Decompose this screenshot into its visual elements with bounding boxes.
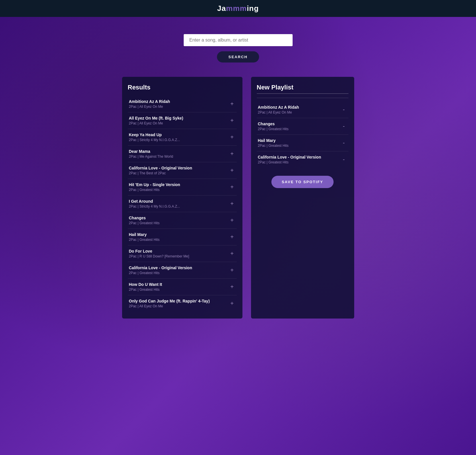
track-info: California Love - Original Version 2Pac … [129,265,229,275]
add-track-button[interactable]: + [229,101,236,107]
results-track-item[interactable]: Do For Love 2Pac | R U Still Down? [Reme… [128,245,237,262]
track-name: All Eyez On Me (ft. Big Syke) [129,116,229,120]
add-track-button[interactable]: + [229,267,236,274]
track-info: I Get Around 2Pac | Strictly 4 My N.I.G.… [129,199,229,208]
track-meta: 2Pac | Greatest Hits [129,238,229,242]
results-track-item[interactable]: Keep Ya Head Up 2Pac | Strictly 4 My N.I… [128,129,237,146]
track-name: California Love - Original Version [129,265,229,270]
track-name: I Get Around [129,199,229,204]
track-meta: 2Pac | Greatest Hits [258,127,340,131]
track-info: Changes 2Pac | Greatest Hits [129,216,229,225]
track-meta: 2Pac | R U Still Down? [Remember Me] [129,254,229,258]
track-info: California Love - Original Version 2Pac … [129,166,229,175]
track-info: Only God Can Judge Me (ft. Rappin' 4-Tay… [129,299,229,308]
track-meta: 2Pac | Greatest Hits [258,160,340,164]
track-meta: 2Pac | Greatest Hits [258,144,340,148]
remove-track-button[interactable]: - [340,123,347,130]
track-meta: 2Pac | Strictly 4 My N.I.G.G.A.Z... [129,204,229,208]
playlist-track-item[interactable]: Ambitionz Az A Ridah 2Pac | All Eyez On … [257,101,348,118]
track-info: Hail Mary 2Pac | Greatest Hits [129,232,229,242]
track-meta: 2Pac | Greatest Hits [129,188,229,192]
track-name: Changes [129,216,229,220]
track-name: Keep Ya Head Up [129,132,229,137]
main-content: Results Ambitionz Az A Ridah 2Pac | All … [0,71,476,336]
add-track-button[interactable]: + [229,200,236,207]
add-track-button[interactable]: + [229,134,236,140]
app-logo: Jammming [0,4,476,13]
track-info: Keep Ya Head Up 2Pac | Strictly 4 My N.I… [129,132,229,142]
add-track-button[interactable]: + [229,234,236,240]
add-track-button[interactable]: + [229,300,236,307]
add-track-button[interactable]: + [229,184,236,190]
track-info: How Do U Want It 2Pac | Greatest Hits [129,282,229,292]
results-track-item[interactable]: I Get Around 2Pac | Strictly 4 My N.I.G.… [128,196,237,212]
track-info: Dear Mama 2Pac | Me Against The World [129,149,229,159]
track-meta: 2Pac | All Eyez On Me [258,110,340,114]
add-track-button[interactable]: + [229,284,236,290]
results-track-item[interactable]: Hit 'Em Up - Single Version 2Pac | Great… [128,179,237,196]
track-meta: 2Pac | The Best of 2Pac [129,171,229,175]
track-name: Ambitionz Az A Ridah [129,99,229,104]
results-track-list: Ambitionz Az A Ridah 2Pac | All Eyez On … [128,96,237,312]
track-name: Changes [258,122,340,126]
add-track-button[interactable]: + [229,151,236,157]
results-track-item[interactable]: California Love - Original Version 2Pac … [128,262,237,279]
track-meta: 2Pac | Me Against The World [129,155,229,159]
track-name: Hit 'Em Up - Single Version [129,182,229,187]
track-name: Ambitionz Az A Ridah [258,105,340,110]
track-meta: 2Pac | Greatest Hits [129,288,229,292]
track-info: Changes 2Pac | Greatest Hits [258,122,340,131]
app-header: Jammming [0,0,476,17]
results-track-item[interactable]: California Love - Original Version 2Pac … [128,162,237,179]
results-panel: Results Ambitionz Az A Ridah 2Pac | All … [122,77,242,319]
remove-track-button[interactable]: - [340,106,347,113]
results-title: Results [128,84,237,91]
remove-track-button[interactable]: - [340,140,347,146]
track-info: California Love - Original Version 2Pac … [258,155,340,164]
track-info: Do For Love 2Pac | R U Still Down? [Reme… [129,249,229,258]
add-track-button[interactable]: + [229,217,236,224]
playlist-divider [257,98,348,98]
results-track-item[interactable]: Dear Mama 2Pac | Me Against The World + [128,146,237,162]
track-info: Ambitionz Az A Ridah 2Pac | All Eyez On … [129,99,229,109]
results-track-item[interactable]: Only God Can Judge Me (ft. Rappin' 4-Tay… [128,295,237,312]
track-meta: 2Pac | All Eyez On Me [129,304,229,308]
playlist-track-item[interactable]: California Love - Original Version 2Pac … [257,151,348,168]
track-name: California Love - Original Version [129,166,229,170]
track-name: Only God Can Judge Me (ft. Rappin' 4-Tay… [129,299,229,303]
results-track-item[interactable]: How Do U Want It 2Pac | Greatest Hits + [128,279,237,295]
add-track-button[interactable]: + [229,167,236,174]
track-info: Hit 'Em Up - Single Version 2Pac | Great… [129,182,229,192]
track-name: How Do U Want It [129,282,229,287]
track-meta: 2Pac | All Eyez On Me [129,121,229,125]
results-track-item[interactable]: Hail Mary 2Pac | Greatest Hits + [128,229,237,245]
save-to-spotify-button[interactable]: SAVE TO SPOTIFY [271,176,334,188]
search-button[interactable]: SEARCH [217,51,259,63]
search-input[interactable]: 2pac [184,34,293,46]
logo-highlight: mmm [226,4,247,13]
playlist-track-item[interactable]: Hail Mary 2Pac | Greatest Hits - [257,135,348,151]
track-info: Hail Mary 2Pac | Greatest Hits [258,138,340,148]
track-name: Do For Love [129,249,229,253]
track-meta: 2Pac | Greatest Hits [129,271,229,275]
track-meta: 2Pac | Strictly 4 My N.I.G.G.A.Z... [129,138,229,142]
results-track-item[interactable]: Changes 2Pac | Greatest Hits + [128,212,237,229]
track-name: Hail Mary [129,232,229,237]
remove-track-button[interactable]: - [340,156,347,163]
track-meta: 2Pac | Greatest Hits [129,221,229,225]
track-info: Ambitionz Az A Ridah 2Pac | All Eyez On … [258,105,340,114]
playlist-panel: Ambitionz Az A Ridah 2Pac | All Eyez On … [251,77,354,319]
track-meta: 2Pac | All Eyez On Me [129,105,229,109]
track-name: California Love - Original Version [258,155,340,159]
search-section: 2pac SEARCH [0,17,476,71]
track-name: Dear Mama [129,149,229,154]
playlist-track-item[interactable]: Changes 2Pac | Greatest Hits - [257,118,348,135]
playlist-track-list: Ambitionz Az A Ridah 2Pac | All Eyez On … [257,101,348,168]
add-track-button[interactable]: + [229,117,236,124]
results-track-item[interactable]: Ambitionz Az A Ridah 2Pac | All Eyez On … [128,96,237,112]
track-name: Hail Mary [258,138,340,143]
add-track-button[interactable]: + [229,250,236,257]
results-track-item[interactable]: All Eyez On Me (ft. Big Syke) 2Pac | All… [128,112,237,129]
playlist-title-input[interactable] [257,84,348,94]
track-info: All Eyez On Me (ft. Big Syke) 2Pac | All… [129,116,229,125]
